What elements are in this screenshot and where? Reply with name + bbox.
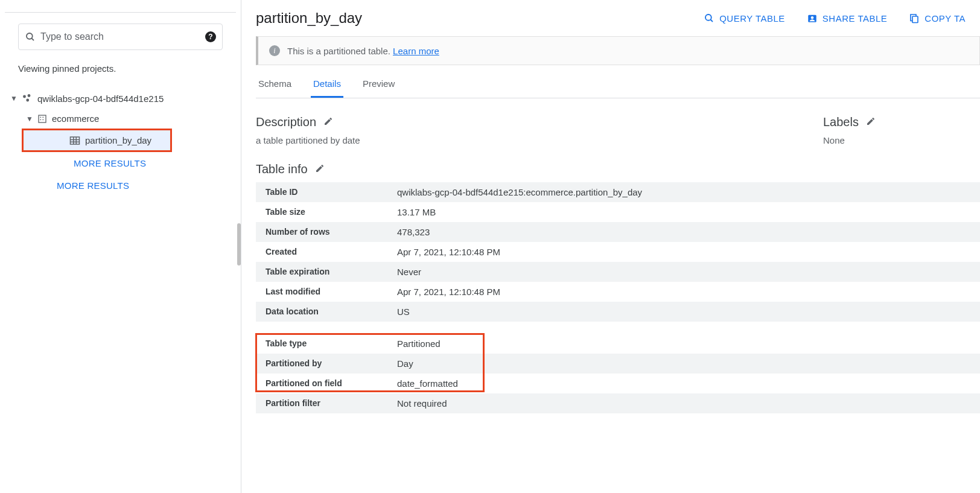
info-row: Partitioned byDay <box>256 354 980 374</box>
tableinfo-heading: Table info <box>256 162 308 176</box>
table-node-selected[interactable]: partition_by_day <box>22 129 172 152</box>
table-info-block-1: Table IDqwiklabs-gcp-04-bdf544d1e215:eco… <box>256 182 980 322</box>
svg-point-18 <box>811 16 814 19</box>
banner-text: This is a partitioned table. <box>287 46 390 56</box>
labels-text: None <box>823 135 980 145</box>
info-icon: i <box>269 45 280 56</box>
info-val: Day <box>387 354 423 374</box>
project-icon <box>22 93 33 104</box>
info-row: Number of rows478,323 <box>256 222 980 242</box>
svg-point-2 <box>23 95 26 98</box>
explorer-sidebar: ? Viewing pinned projects. ▼ qwiklabs-gc… <box>0 0 241 493</box>
partition-banner: i This is a partitioned table. Learn mor… <box>256 36 980 65</box>
query-label: QUERY TABLE <box>719 13 785 24</box>
info-key: Last modified <box>256 282 387 302</box>
info-val: Apr 7, 2021, 12:10:48 PM <box>387 282 510 302</box>
description-text: a table partitioned by date <box>256 135 775 145</box>
query-icon <box>704 13 714 24</box>
svg-point-3 <box>28 94 31 97</box>
chevron-down-icon[interactable]: ▼ <box>24 115 35 123</box>
svg-point-0 <box>27 33 33 39</box>
info-key: Data location <box>256 302 387 322</box>
table-label: partition_by_day <box>85 135 151 145</box>
info-key: Table ID <box>256 182 387 202</box>
info-val: date_formatted <box>387 374 468 393</box>
project-label: qwiklabs-gcp-04-bdf544d1e215 <box>37 94 164 104</box>
info-val: Apr 7, 2021, 12:10:48 PM <box>387 242 510 262</box>
table-info-block-2: Table typePartitionedPartitioned byDayPa… <box>256 334 980 413</box>
copy-icon <box>909 13 920 24</box>
tab-schema[interactable]: Schema <box>256 78 294 98</box>
pinned-projects-message: Viewing pinned projects. <box>0 57 241 88</box>
dataset-icon <box>37 114 47 124</box>
info-val: 478,323 <box>387 222 439 242</box>
table-icon <box>69 136 80 145</box>
search-box[interactable]: ? <box>18 24 223 50</box>
share-label: SHARE TABLE <box>822 13 887 24</box>
chevron-down-icon[interactable]: ▼ <box>8 94 19 103</box>
scrollbar-thumb[interactable] <box>237 223 241 266</box>
description-heading: Description <box>256 115 316 129</box>
info-key: Table size <box>256 202 387 222</box>
info-row: Data locationUS <box>256 302 980 322</box>
info-val: 13.17 MB <box>387 202 445 222</box>
tab-bar: Schema Details Preview <box>256 78 980 98</box>
info-row: Table typePartitioned <box>256 334 980 354</box>
info-row: Last modifiedApr 7, 2021, 12:10:48 PM <box>256 282 980 302</box>
info-row: Partitioned on fielddate_formatted <box>256 374 980 393</box>
info-key: Number of rows <box>256 222 387 242</box>
info-row: Table size13.17 MB <box>256 202 980 222</box>
info-val: qwiklabs-gcp-04-bdf544d1e215:ecommerce.p… <box>387 182 652 202</box>
search-icon <box>25 31 36 42</box>
learn-more-link[interactable]: Learn more <box>393 46 439 56</box>
help-icon[interactable]: ? <box>205 31 216 42</box>
edit-tableinfo-icon[interactable] <box>315 164 325 176</box>
project-node[interactable]: ▼ qwiklabs-gcp-04-bdf544d1e215 <box>5 88 236 109</box>
svg-rect-5 <box>39 115 46 122</box>
copy-label: COPY TA <box>924 13 966 24</box>
info-key: Table type <box>256 334 387 354</box>
tab-details[interactable]: Details <box>311 78 343 98</box>
info-key: Partitioned on field <box>256 374 387 393</box>
copy-table-button[interactable]: COPY TA <box>909 13 966 24</box>
dataset-node[interactable]: ▼ ecommerce <box>5 109 236 129</box>
main-panel: partition_by_day QUERY TABLE SHARE TABLE <box>241 0 980 493</box>
more-results-dataset[interactable]: MORE RESULTS <box>5 152 236 174</box>
info-val: Never <box>387 262 431 282</box>
info-key: Partitioned by <box>256 354 387 374</box>
info-row: CreatedApr 7, 2021, 12:10:48 PM <box>256 242 980 262</box>
svg-point-15 <box>705 14 711 21</box>
edit-labels-icon[interactable] <box>866 116 876 129</box>
more-results-project[interactable]: MORE RESULTS <box>5 174 236 197</box>
info-key: Partition filter <box>256 393 387 413</box>
search-input[interactable] <box>36 31 205 42</box>
share-icon <box>807 13 818 24</box>
info-key: Table expiration <box>256 262 387 282</box>
info-val: US <box>387 302 419 322</box>
svg-point-4 <box>26 99 29 102</box>
svg-point-7 <box>42 116 43 118</box>
svg-point-6 <box>40 116 41 118</box>
info-row: Table IDqwiklabs-gcp-04-bdf544d1e215:eco… <box>256 182 980 202</box>
info-key: Created <box>256 242 387 262</box>
resource-tree: ▼ qwiklabs-gcp-04-bdf544d1e215 ▼ ecommer… <box>0 88 241 197</box>
info-row: Table expirationNever <box>256 262 980 282</box>
info-row: Partition filterNot required <box>256 393 980 413</box>
query-table-button[interactable]: QUERY TABLE <box>704 13 785 24</box>
labels-heading: Labels <box>823 115 859 129</box>
dataset-label: ecommerce <box>52 113 99 124</box>
page-title: partition_by_day <box>256 10 362 27</box>
svg-point-9 <box>42 119 43 120</box>
share-table-button[interactable]: SHARE TABLE <box>807 13 887 24</box>
edit-description-icon[interactable] <box>323 116 333 129</box>
svg-rect-19 <box>912 16 918 23</box>
info-val: Partitioned <box>387 334 450 354</box>
info-val: Not required <box>387 393 457 413</box>
svg-rect-10 <box>71 137 80 144</box>
svg-line-1 <box>31 38 34 40</box>
svg-point-8 <box>40 119 41 120</box>
tab-preview[interactable]: Preview <box>360 78 397 98</box>
svg-line-16 <box>711 19 713 22</box>
